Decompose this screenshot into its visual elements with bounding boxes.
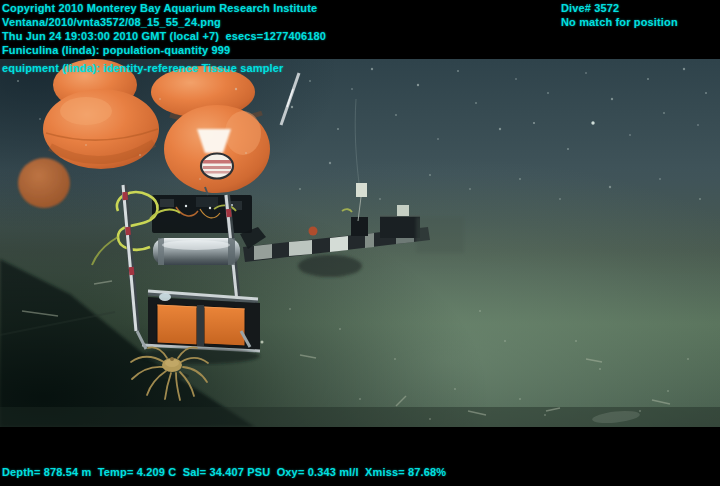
file-path-line: Ventana/2010/vnta3572/08_15_55_24.png <box>2 15 221 29</box>
underwater-camera-view <box>0 59 720 427</box>
pressure-housing-cylinder <box>153 238 240 265</box>
rov-video-frame: Copyright 2010 Monterey Bay Aquarium Res… <box>0 0 720 486</box>
ctd-status-line: Depth= 878.54 m Temp= 4.209 C Sal= 34.40… <box>2 465 446 479</box>
buoy-label-sticker <box>201 154 233 179</box>
annotation-funiculina-line: Funiculina (linda): population-quantity … <box>2 43 230 57</box>
buoy-dim-lower-left <box>18 158 70 208</box>
timestamp-line: Thu Jun 24 19:03:00 2010 GMT (local +7) … <box>2 29 326 43</box>
copyright-line: Copyright 2010 Monterey Bay Aquarium Res… <box>2 1 317 15</box>
position-status: No match for position <box>561 15 678 29</box>
buoy-right-main <box>164 105 270 193</box>
buoy-left-main <box>43 89 159 169</box>
blue-cap <box>159 293 171 301</box>
annotation-equipment-line: equipment (linda): identity-reference Ti… <box>2 61 283 75</box>
dive-number: Dive# 3572 <box>561 1 619 15</box>
